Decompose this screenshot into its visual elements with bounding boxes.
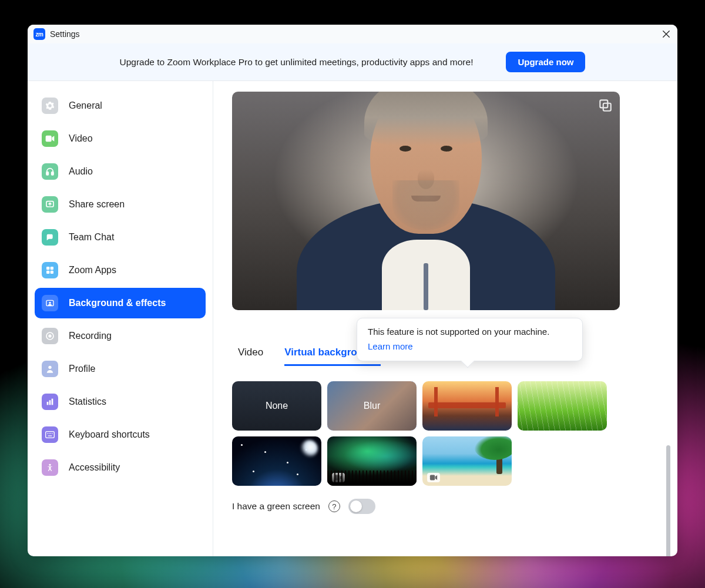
sidebar-item-share-screen[interactable]: Share screen (35, 189, 206, 220)
learn-more-link[interactable]: Learn more (368, 341, 572, 351)
svg-rect-4 (46, 267, 49, 270)
green-screen-toggle[interactable] (348, 499, 375, 514)
background-icon (42, 295, 58, 311)
sidebar-item-team-chat[interactable]: Team Chat (35, 222, 206, 253)
svg-rect-19 (51, 433, 51, 434)
sidebar-item-video[interactable]: Video (35, 123, 206, 154)
sidebar: General Video Audio Share screen (28, 81, 213, 556)
background-tile-beach[interactable] (422, 436, 512, 486)
popover-text: This feature is not supported on your ma… (368, 327, 572, 337)
background-tile-grass[interactable] (518, 381, 607, 431)
record-icon (42, 328, 58, 344)
toggle-knob (350, 500, 362, 512)
sidebar-item-label: Zoom Apps (69, 265, 116, 275)
svg-rect-21 (48, 435, 52, 436)
titlebar: zm Settings (28, 25, 677, 43)
person-illustration (300, 110, 552, 310)
svg-rect-20 (52, 433, 52, 434)
svg-rect-14 (49, 400, 51, 405)
share-icon (42, 196, 58, 213)
sidebar-item-keyboard-shortcuts[interactable]: Keyboard shortcuts (35, 419, 206, 450)
expand-icon[interactable] (597, 98, 613, 113)
svg-point-22 (49, 464, 51, 466)
svg-point-9 (49, 302, 51, 304)
scrollbar[interactable] (666, 445, 670, 556)
sidebar-item-label: Accessibility (69, 462, 120, 473)
unsupported-popover: This feature is not supported on your ma… (357, 318, 583, 361)
help-icon[interactable]: ? (328, 500, 340, 512)
sidebar-item-general[interactable]: General (35, 90, 206, 121)
svg-rect-2 (52, 172, 53, 175)
svg-point-11 (48, 334, 51, 337)
svg-rect-1 (46, 172, 48, 175)
tab-video[interactable]: Video (238, 347, 263, 366)
background-tile-aurora[interactable] (327, 436, 417, 486)
sidebar-item-recording[interactable]: Recording (35, 321, 206, 351)
svg-rect-5 (51, 267, 53, 270)
svg-rect-6 (46, 271, 49, 274)
chat-icon (42, 229, 58, 246)
keyboard-icon (42, 426, 58, 443)
video-badge-icon (332, 473, 345, 482)
green-screen-row: I have a green screen ? (232, 499, 661, 514)
sidebar-item-audio[interactable]: Audio (35, 156, 206, 187)
tile-label: None (266, 401, 288, 411)
upgrade-banner: Upgrade to Zoom Workplace Pro to get unl… (28, 43, 677, 81)
svg-rect-26 (430, 475, 435, 481)
window-title: Settings (50, 29, 80, 39)
svg-rect-17 (47, 433, 48, 434)
background-tile-none[interactable]: None (232, 381, 321, 431)
sidebar-item-label: Team Chat (69, 232, 114, 243)
gear-icon (42, 98, 58, 114)
settings-window: zm Settings Upgrade to Zoom Workplace Pr… (28, 25, 677, 556)
video-icon (42, 130, 58, 147)
background-tile-earth[interactable] (232, 436, 321, 486)
upgrade-text: Upgrade to Zoom Workplace Pro to get unl… (120, 57, 474, 68)
zoom-app-icon: zm (33, 28, 45, 40)
sidebar-item-background-effects[interactable]: Background & effects (35, 288, 206, 318)
background-grid: None Blur (232, 381, 661, 486)
svg-point-12 (48, 366, 51, 369)
profile-icon (42, 361, 58, 377)
background-tile-blur[interactable]: Blur (327, 381, 417, 431)
close-icon[interactable] (661, 29, 672, 39)
sidebar-item-label: General (69, 100, 102, 111)
svg-rect-18 (49, 433, 49, 434)
sidebar-item-label: Recording (69, 331, 112, 341)
svg-rect-15 (52, 399, 53, 405)
headphones-icon (42, 163, 58, 180)
sidebar-item-label: Profile (69, 364, 95, 374)
upgrade-button[interactable]: Upgrade now (506, 52, 585, 72)
video-badge-icon (427, 473, 440, 482)
svg-rect-25 (335, 475, 340, 481)
sidebar-item-label: Statistics (69, 397, 106, 407)
background-tile-bridge[interactable] (422, 381, 512, 431)
green-screen-label: I have a green screen (232, 501, 320, 512)
sidebar-item-label: Audio (69, 166, 93, 177)
sidebar-item-accessibility[interactable]: Accessibility (35, 452, 206, 483)
svg-rect-7 (51, 271, 53, 274)
sidebar-item-profile[interactable]: Profile (35, 354, 206, 384)
tile-label: Blur (364, 401, 380, 411)
accessibility-icon (42, 459, 58, 476)
sidebar-item-label: Background & effects (69, 298, 166, 308)
apps-icon (42, 262, 58, 278)
sidebar-item-label: Keyboard shortcuts (69, 429, 150, 440)
svg-rect-13 (47, 402, 49, 405)
sidebar-item-statistics[interactable]: Statistics (35, 387, 206, 417)
video-preview (232, 92, 620, 310)
sidebar-item-label: Video (69, 133, 93, 144)
svg-rect-0 (46, 136, 52, 142)
sidebar-item-label: Share screen (69, 199, 125, 210)
stats-icon (42, 394, 58, 410)
sidebar-item-zoom-apps[interactable]: Zoom Apps (35, 255, 206, 285)
svg-rect-16 (46, 432, 55, 438)
